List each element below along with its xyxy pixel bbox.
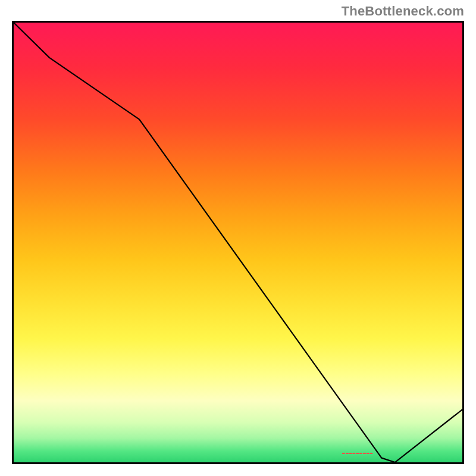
min-annotation: ▬▬▬▬▬▬▬▬▬	[342, 450, 373, 455]
watermark-text: TheBottleneck.com	[342, 4, 464, 19]
gradient-background	[14, 23, 462, 462]
plot-area: ▬▬▬▬▬▬▬▬▬	[12, 21, 464, 464]
chart-container: TheBottleneck.com ▬▬▬▬▬▬▬▬▬	[0, 0, 476, 476]
